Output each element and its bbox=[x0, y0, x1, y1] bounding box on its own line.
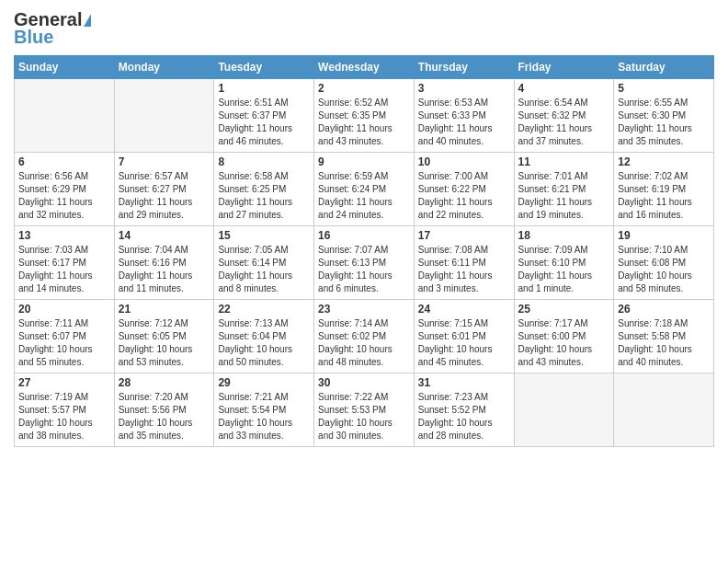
calendar-cell: 1Sunrise: 6:51 AMSunset: 6:37 PMDaylight… bbox=[214, 79, 314, 153]
day-info: Sunrise: 7:00 AMSunset: 6:22 PMDaylight:… bbox=[418, 170, 510, 222]
week-row-3: 13Sunrise: 7:03 AMSunset: 6:17 PMDayligh… bbox=[15, 226, 714, 300]
calendar-cell: 3Sunrise: 6:53 AMSunset: 6:33 PMDaylight… bbox=[414, 79, 514, 153]
day-info: Sunrise: 7:07 AMSunset: 6:13 PMDaylight:… bbox=[318, 244, 410, 295]
day-number: 4 bbox=[518, 82, 610, 95]
day-info: Sunrise: 7:13 AMSunset: 6:04 PMDaylight:… bbox=[218, 317, 310, 369]
calendar-cell: 31Sunrise: 7:23 AMSunset: 5:52 PMDayligh… bbox=[414, 373, 514, 447]
col-header-friday: Friday bbox=[514, 56, 614, 79]
day-number: 31 bbox=[418, 376, 510, 389]
day-info: Sunrise: 6:51 AMSunset: 6:37 PMDaylight:… bbox=[218, 97, 310, 148]
calendar-cell: 27Sunrise: 7:19 AMSunset: 5:57 PMDayligh… bbox=[15, 373, 115, 447]
day-number: 24 bbox=[418, 303, 510, 316]
calendar-cell: 23Sunrise: 7:14 AMSunset: 6:02 PMDayligh… bbox=[314, 300, 415, 373]
week-row-5: 27Sunrise: 7:19 AMSunset: 5:57 PMDayligh… bbox=[15, 373, 714, 447]
calendar-cell: 5Sunrise: 6:55 AMSunset: 6:30 PMDaylight… bbox=[614, 79, 714, 153]
day-info: Sunrise: 7:11 AMSunset: 6:07 PMDaylight:… bbox=[18, 317, 110, 369]
day-number: 2 bbox=[318, 82, 410, 95]
calendar-cell bbox=[114, 79, 214, 153]
day-number: 14 bbox=[119, 229, 210, 242]
logo: General Blue bbox=[14, 9, 91, 48]
col-header-monday: Monday bbox=[114, 56, 214, 79]
day-info: Sunrise: 7:12 AMSunset: 6:05 PMDaylight:… bbox=[119, 317, 210, 369]
calendar-cell: 8Sunrise: 6:58 AMSunset: 6:25 PMDaylight… bbox=[214, 153, 314, 226]
calendar-cell: 21Sunrise: 7:12 AMSunset: 6:05 PMDayligh… bbox=[114, 300, 214, 373]
calendar-cell: 28Sunrise: 7:20 AMSunset: 5:56 PMDayligh… bbox=[114, 373, 214, 447]
day-info: Sunrise: 7:05 AMSunset: 6:14 PMDaylight:… bbox=[218, 244, 310, 295]
day-number: 16 bbox=[318, 229, 410, 242]
calendar-table: SundayMondayTuesdayWednesdayThursdayFrid… bbox=[14, 55, 714, 447]
calendar-cell: 19Sunrise: 7:10 AMSunset: 6:08 PMDayligh… bbox=[614, 226, 714, 300]
day-info: Sunrise: 7:08 AMSunset: 6:11 PMDaylight:… bbox=[418, 244, 510, 295]
day-number: 20 bbox=[18, 303, 110, 316]
calendar-header-row: SundayMondayTuesdayWednesdayThursdayFrid… bbox=[15, 56, 714, 79]
calendar-cell: 11Sunrise: 7:01 AMSunset: 6:21 PMDayligh… bbox=[514, 153, 614, 226]
logo-blue: Blue bbox=[14, 27, 53, 48]
day-number: 15 bbox=[218, 229, 310, 242]
calendar-cell: 4Sunrise: 6:54 AMSunset: 6:32 PMDaylight… bbox=[514, 79, 614, 153]
day-info: Sunrise: 7:10 AMSunset: 6:08 PMDaylight:… bbox=[618, 244, 710, 295]
week-row-2: 6Sunrise: 6:56 AMSunset: 6:29 PMDaylight… bbox=[15, 153, 714, 226]
calendar-cell: 25Sunrise: 7:17 AMSunset: 6:00 PMDayligh… bbox=[514, 300, 614, 373]
day-number: 12 bbox=[618, 155, 710, 168]
day-number: 27 bbox=[18, 376, 110, 389]
day-info: Sunrise: 7:22 AMSunset: 5:53 PMDaylight:… bbox=[318, 391, 410, 442]
day-info: Sunrise: 7:15 AMSunset: 6:01 PMDaylight:… bbox=[418, 317, 510, 369]
day-number: 26 bbox=[618, 303, 710, 316]
day-number: 11 bbox=[518, 155, 610, 168]
day-number: 28 bbox=[119, 376, 210, 389]
day-number: 1 bbox=[218, 82, 310, 95]
calendar-cell: 17Sunrise: 7:08 AMSunset: 6:11 PMDayligh… bbox=[414, 226, 514, 300]
calendar-cell: 30Sunrise: 7:22 AMSunset: 5:53 PMDayligh… bbox=[314, 373, 415, 447]
calendar-cell: 14Sunrise: 7:04 AMSunset: 6:16 PMDayligh… bbox=[114, 226, 214, 300]
day-info: Sunrise: 7:20 AMSunset: 5:56 PMDaylight:… bbox=[119, 391, 210, 442]
day-number: 25 bbox=[518, 303, 610, 316]
day-info: Sunrise: 7:04 AMSunset: 6:16 PMDaylight:… bbox=[119, 244, 210, 295]
week-row-4: 20Sunrise: 7:11 AMSunset: 6:07 PMDayligh… bbox=[15, 300, 714, 373]
day-info: Sunrise: 7:02 AMSunset: 6:19 PMDaylight:… bbox=[618, 170, 710, 222]
day-number: 3 bbox=[418, 82, 510, 95]
day-info: Sunrise: 7:01 AMSunset: 6:21 PMDaylight:… bbox=[518, 170, 610, 222]
calendar-cell: 9Sunrise: 6:59 AMSunset: 6:24 PMDaylight… bbox=[314, 153, 415, 226]
day-number: 29 bbox=[218, 376, 310, 389]
day-info: Sunrise: 7:21 AMSunset: 5:54 PMDaylight:… bbox=[218, 391, 310, 442]
day-number: 22 bbox=[218, 303, 310, 316]
day-info: Sunrise: 6:58 AMSunset: 6:25 PMDaylight:… bbox=[218, 170, 310, 222]
calendar-cell: 7Sunrise: 6:57 AMSunset: 6:27 PMDaylight… bbox=[114, 153, 214, 226]
calendar-cell: 22Sunrise: 7:13 AMSunset: 6:04 PMDayligh… bbox=[214, 300, 314, 373]
day-info: Sunrise: 6:56 AMSunset: 6:29 PMDaylight:… bbox=[18, 170, 110, 222]
calendar-cell: 2Sunrise: 6:52 AMSunset: 6:35 PMDaylight… bbox=[314, 79, 415, 153]
day-number: 18 bbox=[518, 229, 610, 242]
day-number: 6 bbox=[18, 155, 110, 168]
day-info: Sunrise: 7:03 AMSunset: 6:17 PMDaylight:… bbox=[18, 244, 110, 295]
week-row-1: 1Sunrise: 6:51 AMSunset: 6:37 PMDaylight… bbox=[15, 79, 714, 153]
col-header-thursday: Thursday bbox=[414, 56, 514, 79]
day-info: Sunrise: 7:17 AMSunset: 6:00 PMDaylight:… bbox=[518, 317, 610, 369]
page-header: General Blue bbox=[14, 9, 714, 48]
day-info: Sunrise: 6:53 AMSunset: 6:33 PMDaylight:… bbox=[418, 97, 510, 148]
day-info: Sunrise: 6:59 AMSunset: 6:24 PMDaylight:… bbox=[318, 170, 410, 222]
day-info: Sunrise: 6:52 AMSunset: 6:35 PMDaylight:… bbox=[318, 97, 410, 148]
calendar-cell bbox=[15, 79, 115, 153]
day-number: 13 bbox=[18, 229, 110, 242]
calendar-cell: 16Sunrise: 7:07 AMSunset: 6:13 PMDayligh… bbox=[314, 226, 415, 300]
day-number: 21 bbox=[119, 303, 210, 316]
day-number: 19 bbox=[618, 229, 710, 242]
calendar-cell: 13Sunrise: 7:03 AMSunset: 6:17 PMDayligh… bbox=[15, 226, 115, 300]
col-header-wednesday: Wednesday bbox=[314, 56, 415, 79]
day-info: Sunrise: 7:09 AMSunset: 6:10 PMDaylight:… bbox=[518, 244, 610, 295]
calendar-cell: 24Sunrise: 7:15 AMSunset: 6:01 PMDayligh… bbox=[414, 300, 514, 373]
day-info: Sunrise: 7:19 AMSunset: 5:57 PMDaylight:… bbox=[18, 391, 110, 442]
calendar-cell: 12Sunrise: 7:02 AMSunset: 6:19 PMDayligh… bbox=[614, 153, 714, 226]
day-number: 9 bbox=[318, 155, 410, 168]
day-number: 8 bbox=[218, 155, 310, 168]
calendar-cell bbox=[514, 373, 614, 447]
day-info: Sunrise: 6:54 AMSunset: 6:32 PMDaylight:… bbox=[518, 97, 610, 148]
day-info: Sunrise: 7:14 AMSunset: 6:02 PMDaylight:… bbox=[318, 317, 410, 369]
calendar-cell: 6Sunrise: 6:56 AMSunset: 6:29 PMDaylight… bbox=[15, 153, 115, 226]
day-info: Sunrise: 7:18 AMSunset: 5:58 PMDaylight:… bbox=[618, 317, 710, 369]
col-header-tuesday: Tuesday bbox=[214, 56, 314, 79]
calendar-cell: 15Sunrise: 7:05 AMSunset: 6:14 PMDayligh… bbox=[214, 226, 314, 300]
day-number: 23 bbox=[318, 303, 410, 316]
calendar-cell bbox=[614, 373, 714, 447]
day-number: 7 bbox=[119, 155, 210, 168]
